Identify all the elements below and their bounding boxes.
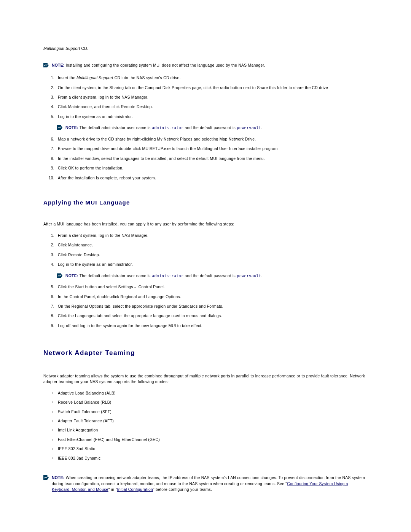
step-item: Click the Start button and select Settin…	[56, 284, 368, 290]
install-steps-part2: Map a network drive to the CD share by r…	[43, 136, 368, 181]
step-item: Click Remote Desktop.	[56, 252, 368, 258]
note-label: NOTE:	[65, 126, 80, 130]
step-item: Click the Languages tab and select the a…	[56, 313, 368, 319]
note-body-a: The default administrator user name is	[80, 126, 152, 130]
intro-suffix: CD.	[80, 46, 88, 51]
page-body: Multilingual Support CD. NOTE: Installin…	[0, 0, 411, 532]
step-item: Log off and log in to the system again f…	[56, 323, 368, 329]
mode-item: Adapter Fault Tolerance (AFT)	[53, 418, 368, 424]
note-mui-language: NOTE: Installing and configuring the ope…	[43, 62, 368, 68]
note-icon	[57, 125, 62, 130]
note-body-b: " in "	[108, 487, 117, 492]
mode-item: Adaptive Load Balancing (ALB)	[53, 390, 368, 396]
svg-marker-3	[43, 475, 49, 480]
step-item: Log in to the system as an administrator…	[56, 114, 368, 120]
note-body-b: and the default password is	[183, 274, 237, 278]
step-item: On the client system, in the Sharing tab…	[56, 85, 368, 91]
step-item: In the installer window, select the lang…	[56, 156, 368, 161]
note-body-c: .	[261, 126, 262, 130]
mode-item: Fast EtherChannel (FEC) and Gig EtherCha…	[53, 437, 368, 443]
admin-user-code: administrator	[152, 274, 183, 278]
step-item: Click Maintenance.	[56, 242, 368, 248]
step-item: Click Maintenance, and then click Remote…	[56, 104, 368, 110]
apply-intro: After a MUI language has been installed,…	[43, 221, 368, 227]
mode-item: IEEE 802.3ad Dynamic	[53, 455, 368, 461]
apply-steps-part1: From a client system, log in to the NAS …	[43, 233, 368, 268]
note-label: NOTE:	[52, 63, 66, 67]
heading-network-teaming: Network Adapter Teaming	[43, 348, 368, 358]
note-admin-credentials: NOTE: The default administrator user nam…	[57, 125, 368, 131]
step-item: Log in to the system as an administrator…	[56, 262, 368, 267]
step-text-italic: Multilingual Support	[76, 76, 113, 80]
note-teaming-warning: NOTE: When creating or removing network …	[43, 475, 368, 492]
note-icon	[43, 475, 49, 480]
step-item: On the Regional Options tab, select the …	[56, 304, 368, 309]
intro-paragraph: Multilingual Support CD.	[43, 46, 368, 51]
note-text: NOTE: When creating or removing network …	[52, 475, 368, 492]
step-item: Click OK to perform the installation.	[56, 165, 368, 171]
section-divider	[43, 338, 368, 338]
note-body: Installing and configuring the operating…	[66, 63, 265, 67]
admin-pass-code: powervault	[237, 126, 261, 130]
note-text: NOTE: The default administrator user nam…	[65, 125, 368, 131]
note-body-b: and the default password is	[183, 126, 237, 130]
svg-marker-0	[43, 63, 49, 67]
mode-item: Intel Link Aggregation	[53, 427, 368, 433]
svg-marker-2	[57, 273, 62, 278]
install-steps-part1: Insert the Multilingual Support CD into …	[43, 75, 368, 120]
mode-item: Receive Load Balance (RLB)	[53, 399, 368, 405]
step-item: Browse to the mapped drive and double-cl…	[56, 146, 368, 152]
step-item: In the Control Panel, double-click Regio…	[56, 294, 368, 300]
step-item: Map a network drive to the CD share by r…	[56, 136, 368, 142]
admin-pass-code: powervault	[237, 274, 261, 278]
note-icon	[57, 273, 62, 278]
step-item: After the installation is complete, rebo…	[56, 175, 368, 181]
svg-marker-1	[57, 125, 62, 130]
heading-applying-mui: Applying the MUI Language	[43, 198, 368, 207]
note-admin-credentials-2: NOTE: The default administrator user nam…	[57, 273, 368, 279]
step-item: From a client system, log in to the NAS …	[56, 94, 368, 100]
step-text-b: CD into the NAS system's CD drive.	[113, 76, 181, 80]
note-label: NOTE:	[65, 274, 80, 278]
note-body-c: .	[261, 274, 262, 278]
step-item: Insert the Multilingual Support CD into …	[56, 75, 368, 81]
step-text-a: Insert the	[58, 76, 76, 80]
note-body-c: " before configuring your teams.	[153, 487, 212, 492]
note-body-a: The default administrator user name is	[80, 274, 152, 278]
mode-item: Switch Fault Tolerance (SFT)	[53, 409, 368, 415]
link-initial-configuration[interactable]: Initial Configuration	[117, 487, 153, 492]
teaming-modes-list: Adaptive Load Balancing (ALB) Receive Lo…	[43, 390, 368, 462]
note-icon	[43, 63, 49, 67]
apply-steps-part2: Click the Start button and select Settin…	[43, 284, 368, 329]
intro-italic: Multilingual Support	[43, 46, 80, 51]
step-item: From a client system, log in to the NAS …	[56, 233, 368, 238]
note-text: NOTE: The default administrator user nam…	[65, 273, 368, 279]
note-label: NOTE:	[52, 476, 66, 480]
teaming-intro: Network adapter teaming allows the syste…	[43, 373, 368, 385]
note-text: NOTE: Installing and configuring the ope…	[52, 62, 368, 68]
admin-user-code: administrator	[152, 126, 183, 130]
mode-item: IEEE 802.3ad Static	[53, 446, 368, 452]
